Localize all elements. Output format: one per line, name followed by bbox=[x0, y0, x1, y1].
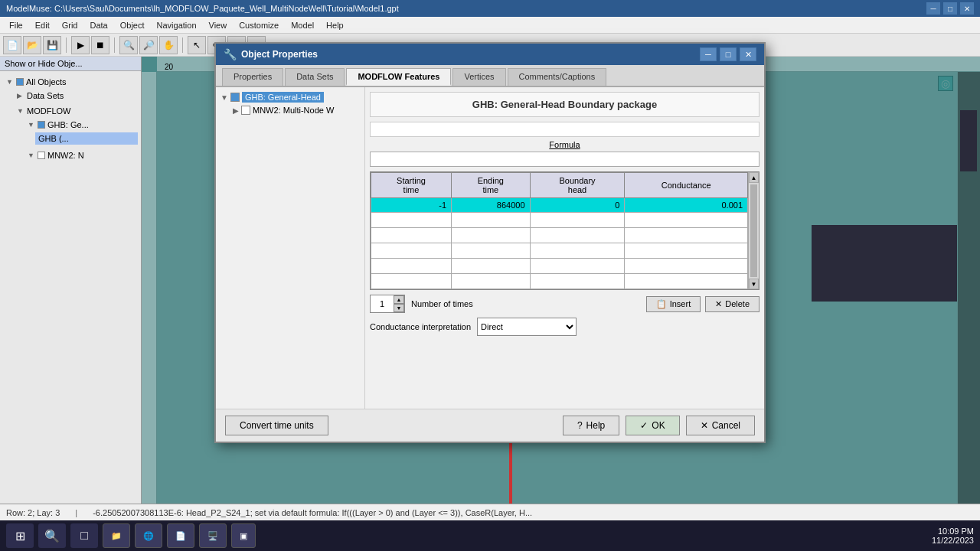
datasets-label: Data Sets bbox=[27, 91, 64, 100]
dialog-maximize-btn[interactable]: □ bbox=[720, 47, 737, 61]
cell-empty-4a bbox=[371, 259, 452, 274]
tree-expand-ghb-general: ▼ bbox=[220, 93, 228, 102]
taskbar-terminal-btn[interactable]: ▣ bbox=[231, 523, 256, 548]
tree-row-ghb-general[interactable]: ▼ GHB: General-Head bbox=[219, 90, 361, 104]
start-btn[interactable]: ⊞ bbox=[6, 523, 34, 548]
statusbar-left: Row: 2; Lay: 3 bbox=[6, 508, 60, 517]
tree-child-mnw2: ▶ MNW2: Multi-Node W bbox=[219, 104, 361, 116]
conductance-select[interactable]: Direct Specified Calculated bbox=[477, 318, 577, 336]
tree-row-mnw2[interactable]: ▼ MNW2: N bbox=[24, 149, 138, 161]
run-btn[interactable]: ▶ bbox=[71, 36, 90, 54]
cell-starting-time[interactable]: -1 bbox=[371, 198, 452, 213]
menu-customize[interactable]: Customize bbox=[233, 19, 285, 31]
task-view-btn[interactable]: □ bbox=[70, 523, 98, 548]
menu-object[interactable]: Object bbox=[114, 19, 151, 31]
tree-row-mnw2-dialog[interactable]: ▶ MNW2: Multi-Node W bbox=[231, 104, 361, 116]
object-properties-dialog: 🔧 Object Properties ─ □ ✕ Properties Dat… bbox=[214, 42, 766, 443]
sep2 bbox=[114, 37, 115, 53]
select-btn[interactable]: ↖ bbox=[188, 36, 206, 54]
scroll-down-btn[interactable]: ▼ bbox=[749, 279, 759, 289]
tab-vertices[interactable]: Vertices bbox=[452, 68, 505, 86]
tree-row-datasets[interactable]: ▶ Data Sets bbox=[14, 90, 138, 102]
checkbox-mnw2[interactable] bbox=[38, 152, 45, 159]
menu-edit[interactable]: Edit bbox=[29, 19, 56, 31]
taskbar-explorer-btn[interactable]: 📁 bbox=[103, 523, 130, 548]
menu-model[interactable]: Model bbox=[285, 19, 320, 31]
minimize-btn[interactable]: ─ bbox=[926, 2, 940, 15]
zoom-in-btn[interactable]: 🔍 bbox=[119, 36, 138, 54]
statusbar-sep: | bbox=[75, 508, 77, 517]
dialog-minimize-btn[interactable]: ─ bbox=[700, 47, 717, 61]
tab-modflow-features[interactable]: MODFLOW Features bbox=[346, 68, 451, 86]
open-btn[interactable]: 📂 bbox=[23, 36, 41, 54]
cell-ending-time[interactable]: 864000 bbox=[452, 198, 531, 213]
spin-buttons: ▲ ▼ bbox=[394, 295, 404, 312]
convert-time-units-btn[interactable]: Convert time units bbox=[225, 416, 328, 435]
delete-btn[interactable]: ✕ Delete bbox=[705, 296, 760, 312]
checkbox-all-objects[interactable] bbox=[16, 78, 24, 86]
menu-navigation[interactable]: Navigation bbox=[151, 19, 203, 31]
close-btn[interactable]: ✕ bbox=[960, 2, 974, 15]
number-of-times-input[interactable] bbox=[371, 295, 394, 312]
col-ending-time: Endingtime bbox=[452, 173, 531, 198]
taskbar-browser-btn[interactable]: 🌐 bbox=[135, 523, 162, 548]
new-btn[interactable]: 📄 bbox=[3, 36, 21, 54]
cancel-btn[interactable]: ✕ Cancel bbox=[686, 416, 755, 435]
cell-boundary-head[interactable]: 0 bbox=[530, 198, 625, 213]
menu-help[interactable]: Help bbox=[320, 19, 350, 31]
dialog-titlebar: 🔧 Object Properties ─ □ ✕ bbox=[216, 44, 764, 65]
tab-datasets[interactable]: Data Sets bbox=[285, 68, 345, 86]
help-icon: ? bbox=[577, 420, 583, 431]
tree-row-all-objects[interactable]: ▼ All Objects bbox=[3, 76, 138, 88]
tree-row-modflow[interactable]: ▼ MODFLOW bbox=[14, 105, 138, 117]
pan-btn[interactable]: ✋ bbox=[159, 36, 178, 54]
menu-grid[interactable]: Grid bbox=[56, 19, 84, 31]
tree-row-ghb-item[interactable]: GHB (... bbox=[35, 132, 138, 145]
ok-cancel-group: ? Help ✓ OK ✕ Cancel bbox=[563, 416, 755, 435]
ok-check-icon: ✓ bbox=[640, 420, 648, 431]
checkbox-ghb[interactable] bbox=[38, 121, 45, 129]
dialog-controls: ─ □ ✕ bbox=[700, 47, 756, 61]
spin-down-btn[interactable]: ▼ bbox=[394, 304, 404, 312]
save-btn[interactable]: 💾 bbox=[43, 36, 61, 54]
scroll-up-btn[interactable]: ▲ bbox=[749, 172, 759, 183]
convert-time-label: Convert time units bbox=[240, 420, 314, 431]
formula-area: Formula bbox=[370, 140, 760, 167]
tabs-bar: Properties Data Sets MODFLOW Features Ve… bbox=[216, 65, 764, 87]
formula-input-display[interactable] bbox=[370, 152, 760, 167]
tree-node-mnw2[interactable]: ▼ MNW2: N bbox=[24, 148, 138, 163]
table-row[interactable]: -1 864000 0 0.001 bbox=[371, 198, 748, 213]
col-starting-time: Startingtime bbox=[371, 173, 452, 198]
tree-node-modflow[interactable]: ▼ MODFLOW ▼ GHB: Ge... bbox=[14, 103, 138, 165]
search-taskbar-btn[interactable]: 🔍 bbox=[38, 523, 66, 548]
tree-node-ghb-item[interactable]: GHB (... bbox=[35, 131, 138, 146]
tree-node-datasets[interactable]: ▶ Data Sets bbox=[14, 88, 138, 103]
spin-up-btn[interactable]: ▲ bbox=[394, 295, 404, 304]
stop-btn[interactable]: ⏹ bbox=[91, 36, 109, 54]
menu-file[interactable]: File bbox=[3, 19, 29, 31]
menu-view[interactable]: View bbox=[203, 19, 234, 31]
insert-btn[interactable]: 📋 Insert bbox=[646, 296, 701, 312]
cell-conductance[interactable]: 0.001 bbox=[625, 198, 748, 213]
taskbar: ⊞ 🔍 □ 📁 🌐 📄 🖥️ ▣ 10:09 PM 11/22/2023 bbox=[0, 520, 980, 551]
help-btn[interactable]: ? Help bbox=[563, 416, 619, 435]
zoom-out-btn[interactable]: 🔎 bbox=[139, 36, 158, 54]
cell-empty-4d bbox=[625, 259, 748, 274]
menu-data[interactable]: Data bbox=[83, 19, 113, 31]
checkbox-ghb-general[interactable] bbox=[230, 93, 240, 102]
tree-node-all-objects[interactable]: ▼ All Objects ▶ Data Sets ▼ MODFLOW bbox=[3, 74, 138, 166]
maximize-btn[interactable]: □ bbox=[943, 2, 957, 15]
tab-comments[interactable]: Comments/Captions bbox=[508, 68, 607, 86]
taskbar-monitor-btn[interactable]: 🖥️ bbox=[199, 523, 227, 548]
taskbar-notepad-btn[interactable]: 📄 bbox=[167, 523, 194, 548]
expand-mnw2-icon: ▼ bbox=[28, 152, 35, 159]
tree-node-ghb[interactable]: ▼ GHB: Ge... GHB (... bbox=[24, 117, 138, 148]
ok-btn[interactable]: ✓ OK bbox=[626, 416, 679, 435]
controls-row-1: ▲ ▼ Number of times 📋 Insert ✕ Delete bbox=[370, 295, 760, 313]
tab-properties[interactable]: Properties bbox=[222, 68, 283, 86]
dialog-close-btn[interactable]: ✕ bbox=[740, 47, 756, 61]
indicator-icon: ◎ bbox=[941, 77, 950, 90]
ghb-general-head-label: GHB: General-Head bbox=[242, 92, 324, 103]
checkbox-mnw2-dialog[interactable] bbox=[241, 106, 250, 115]
tree-row-ghb[interactable]: ▼ GHB: Ge... bbox=[24, 119, 138, 131]
